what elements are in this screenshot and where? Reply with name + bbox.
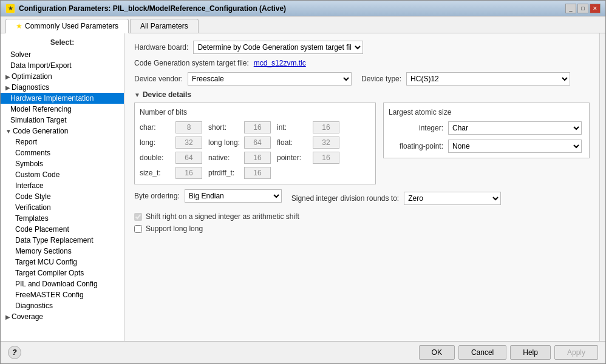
sidebar-item-report[interactable]: Report [1,136,124,147]
ptrdiff-row: ptrdiff_t: [208,167,271,179]
expand-icon: ▶ [5,84,10,91]
long-input[interactable] [175,136,202,149]
bits-row-3: double: native: pointer: [140,152,370,164]
sidebar-item-data-type-replace[interactable]: Data Type Replacement [1,235,124,246]
ptrdiff-input[interactable] [244,167,271,179]
signed-div-select[interactable]: Zero [404,192,501,205]
sidebar-item-pil-download[interactable]: PIL and Download Config [1,278,124,289]
byte-signed-row: Byte ordering: Big Endian Signed integer… [134,189,590,207]
device-type-select[interactable]: HC(S)12 [406,72,570,86]
sidebar-item-verification[interactable]: Verification [1,202,124,213]
shift-arithmetic-checkbox[interactable] [134,213,142,221]
native-label: native: [208,153,242,162]
signed-div-col: Signed integer division rounds to: Zero [291,192,501,205]
title-bar-left: ★ Configuration Parameters: PIL_block/Mo… [5,4,286,13]
long-row: long: [140,136,202,149]
char-row: char: [140,121,202,133]
sidebar-item-freemaster[interactable]: FreeMASTER Config [1,289,124,300]
device-vendor-label: Device vendor: [134,75,183,83]
longlong-row: long long: [208,136,271,149]
float-input[interactable] [313,136,339,149]
atomic-panel: Largest atomic size integer: Char floati… [383,103,590,184]
sidebar-item-interface[interactable]: Interface [1,180,124,191]
sidebar-item-data-import[interactable]: Data Import/Export [1,60,124,71]
sidebar-item-coverage[interactable]: ▶ Coverage [1,311,124,322]
help-icon-button[interactable]: ? [8,346,21,359]
shift-arithmetic-row: Shift right on a signed integer as arith… [134,212,590,221]
apply-button[interactable]: Apply [554,345,598,360]
sidebar-item-target-compiler[interactable]: Target Compiler Opts [1,268,124,278]
sidebar-item-diagnostics[interactable]: ▶ Diagnostics [1,82,124,93]
ok-button[interactable]: OK [419,345,455,360]
short-row: short: [208,121,271,133]
support-long-long-row: Support long long [134,224,590,233]
integer-select[interactable]: Char [448,121,582,135]
float-point-select[interactable]: None [448,140,582,153]
app-icon: ★ [5,4,15,13]
tab-star-icon: ★ [16,22,22,30]
pointer-input[interactable] [313,152,339,164]
tab-all-params[interactable]: All Parameters [130,19,199,33]
short-input[interactable] [244,121,271,133]
size-t-input[interactable] [175,167,202,179]
help-button[interactable]: Help [510,345,551,360]
device-type-label: Device type: [361,75,401,83]
device-details-label: Device details [143,90,191,99]
bottom-bar: ? OK Cancel Help Apply [1,341,605,363]
expand-icon: ▶ [5,73,10,80]
sidebar-item-comments[interactable]: Comments [1,147,124,158]
right-scrollbar[interactable] [599,33,605,341]
sidebar-item-custom-code[interactable]: Custom Code [1,169,124,180]
float-label: float: [277,138,310,147]
byte-order-label: Byte ordering: [134,192,180,200]
char-label: char: [140,123,173,132]
signed-div-label: Signed integer division rounds to: [291,194,399,203]
tab-commonly-used[interactable]: ★ Commonly Used Parameters [5,19,129,33]
sidebar-item-diagnostics2[interactable]: Diagnostics [1,300,124,311]
char-input[interactable] [175,121,202,133]
byte-order-select[interactable]: Big Endian [185,189,282,203]
code-gen-target-link[interactable]: mcd_s12zvm.tlc [254,59,306,67]
atomic-section: Largest atomic size integer: Char floati… [383,103,590,158]
integer-row: integer: Char [389,121,584,135]
num-bits-title: Number of bits [140,108,370,116]
device-row: Device vendor: Freescale Device type: HC… [134,72,590,86]
code-gen-target-label: Code Generation system target file: [134,59,249,67]
hardware-board-select[interactable]: Determine by Code Generation system targ… [193,41,363,54]
int-input[interactable] [313,121,339,133]
sidebar-item-code-style[interactable]: Code Style [1,191,124,202]
integer-label: integer: [389,124,443,132]
sidebar-item-code-gen[interactable]: ▼ Code Generation [1,126,124,136]
minimize-button[interactable]: _ [565,4,576,13]
bits-row-2: long: long long: float: [140,136,370,149]
help-icon-label: ? [12,348,16,357]
sidebar-item-optimization[interactable]: ▶ Optimization [1,71,124,82]
sidebar-item-templates[interactable]: Templates [1,213,124,224]
code-gen-target-row: Code Generation system target file: mcd_… [134,59,590,67]
sidebar-item-hardware-impl[interactable]: Hardware Implementation [1,93,124,104]
sidebar-item-code-placement[interactable]: Code Placement [1,224,124,235]
tabs-row: ★ Commonly Used Parameters All Parameter… [1,16,605,33]
vendor-col: Device vendor: Freescale [134,72,352,86]
support-long-long-checkbox[interactable] [134,225,142,233]
pointer-label: pointer: [277,153,310,162]
close-button[interactable]: ✕ [590,4,601,13]
native-input[interactable] [244,152,271,164]
number-bits-panel: Number of bits char: short: [134,103,376,184]
sidebar-item-solver[interactable]: Solver [1,49,124,60]
sidebar-item-sim-target[interactable]: Simulation Target [1,115,124,126]
sidebar-item-symbols[interactable]: Symbols [1,158,124,169]
sidebar-item-target-mcu[interactable]: Target MCU Config [1,257,124,268]
collapse-icon[interactable]: ▼ [134,92,140,98]
sidebar-item-model-ref[interactable]: Model Referencing [1,104,124,115]
double-input[interactable] [175,152,202,164]
window-title: Configuration Parameters: PIL_block/Mode… [19,4,286,13]
device-vendor-select[interactable]: Freescale [188,72,352,86]
longlong-input[interactable] [244,136,271,149]
content-area: Select: Solver Data Import/Export ▶ Opti… [1,33,605,341]
sidebar-item-memory-sections[interactable]: Memory Sections [1,246,124,257]
main-window: ★ Configuration Parameters: PIL_block/Mo… [0,0,606,364]
cancel-button[interactable]: Cancel [458,345,506,360]
pointer-row: pointer: [277,152,339,164]
maximize-button[interactable]: □ [577,4,588,13]
